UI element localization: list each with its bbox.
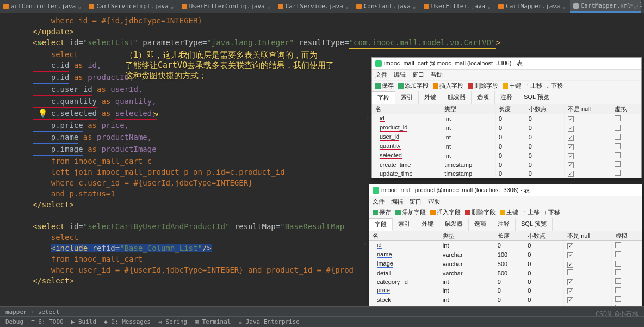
not-null-checkbox[interactable]	[568, 126, 574, 132]
menu-item[interactable]: 帮助	[431, 71, 443, 79]
tab-artController-java[interactable]: artController.java	[0, 0, 85, 13]
not-null-checkbox[interactable]	[568, 116, 574, 122]
menu-item[interactable]: 编辑	[394, 71, 406, 79]
tab-Constant-java[interactable]: Constant.java	[353, 0, 420, 13]
table-row[interactable]: product_idint00	[372, 124, 641, 133]
menu-item[interactable]: 编辑	[391, 198, 403, 206]
db-tab[interactable]: 字段	[369, 218, 393, 231]
breadcrumb[interactable]: mapperselect	[0, 306, 644, 317]
intention-bulb-icon[interactable]: 💡	[38, 108, 47, 119]
db-tab[interactable]: 外键	[419, 91, 442, 104]
tab-UserFilter-java[interactable]: UserFilter.java	[420, 0, 495, 13]
tool-window-button[interactable]: ▶ Build	[71, 318, 96, 325]
not-null-checkbox[interactable]	[567, 279, 573, 285]
not-null-checkbox[interactable]	[568, 135, 574, 141]
col-header[interactable]: 小数点	[525, 104, 564, 114]
db-tab[interactable]: 选项	[472, 91, 495, 104]
primary-key-icon[interactable]	[500, 210, 505, 215]
not-null-checkbox[interactable]	[567, 243, 573, 249]
close-icon[interactable]	[345, 4, 350, 9]
table-row[interactable]: update_timetimestamp00	[372, 169, 641, 178]
db-menu[interactable]: 文件编辑窗口帮助	[369, 196, 642, 207]
close-icon[interactable]	[171, 4, 175, 9]
virtual-checkbox[interactable]	[615, 125, 621, 131]
table-row[interactable]: detailvarchar5000	[369, 269, 642, 277]
col-header[interactable]: 虚拟	[611, 104, 641, 114]
menu-item[interactable]: 窗口	[412, 71, 424, 79]
table-row[interactable]: idint00	[369, 241, 642, 250]
close-icon[interactable]	[562, 4, 567, 9]
virtual-checkbox[interactable]	[615, 269, 621, 275]
db-tab[interactable]: SQL 预览	[516, 218, 553, 231]
close-icon[interactable]	[78, 4, 82, 9]
not-null-checkbox[interactable]	[568, 162, 574, 168]
tool-window-button[interactable]: ≡ 6: TODO	[31, 318, 64, 325]
table-row[interactable]: user_idint00	[372, 133, 641, 142]
col-header[interactable]: 名	[372, 104, 441, 114]
virtual-checkbox[interactable]	[615, 242, 621, 248]
status-bar[interactable]: Debug≡ 6: TODO▶ Build◆ 0: Messages❋ Spri…	[0, 316, 644, 327]
insert-field-icon[interactable]	[433, 83, 438, 89]
add-field-icon[interactable]	[398, 83, 404, 89]
col-header[interactable]: 不是 null	[564, 104, 611, 114]
add-field-icon[interactable]	[395, 210, 401, 215]
not-null-checkbox[interactable]	[567, 262, 573, 268]
virtual-checkbox[interactable]	[615, 161, 621, 167]
save-icon[interactable]	[373, 210, 378, 215]
save-icon[interactable]	[375, 83, 381, 89]
tab-overflow[interactable]: ≡ :1	[628, 0, 644, 9]
db-toolbar[interactable]: 保存 添加字段 插入字段 删除字段 主键 ↑ 上移 ↓ 下移	[372, 81, 641, 91]
table-row[interactable]: idint00	[372, 114, 641, 124]
tool-window-button[interactable]: ◆ 0: Messages	[104, 318, 151, 325]
col-header[interactable]: 小数点	[524, 231, 564, 241]
table-row[interactable]: stockint00	[369, 295, 642, 304]
col-header[interactable]: 虚拟	[611, 231, 641, 241]
insert-field-icon[interactable]	[430, 210, 436, 215]
db-tab[interactable]: 注释	[495, 91, 518, 104]
virtual-checkbox[interactable]	[615, 296, 621, 302]
col-header[interactable]: 长度	[494, 231, 524, 241]
table-row[interactable]: imagevarchar5000	[369, 260, 642, 269]
db-tabs[interactable]: 字段索引外键触发器选项注释SQL 预览	[369, 218, 642, 231]
primary-key-icon[interactable]	[503, 83, 508, 89]
not-null-checkbox[interactable]	[568, 144, 574, 150]
virtual-checkbox[interactable]	[615, 261, 621, 267]
menu-item[interactable]: 文件	[373, 198, 385, 206]
db-tab[interactable]: 注释	[492, 218, 516, 231]
close-icon[interactable]	[413, 4, 417, 9]
virtual-checkbox[interactable]	[615, 251, 621, 257]
tab-CartServiceImpl-java[interactable]: CartServiceImpl.java	[85, 0, 178, 13]
db-tab[interactable]: 索引	[393, 218, 416, 231]
virtual-checkbox[interactable]	[615, 287, 621, 293]
not-null-checkbox[interactable]	[567, 297, 573, 303]
col-header[interactable]: 长度	[496, 104, 525, 114]
virtual-checkbox[interactable]	[615, 143, 621, 149]
table-row[interactable]: category_idint00	[369, 277, 642, 286]
tool-window-button[interactable]: ☕ Java Enterprise	[238, 318, 300, 325]
db-tabs[interactable]: 字段索引外键触发器选项注释SQL 预览	[372, 91, 641, 104]
table-row[interactable]: selectedint00	[372, 151, 641, 161]
tab-UserFilterConfig-java[interactable]: UserFilterConfig.java	[178, 0, 275, 13]
move-down-button[interactable]: ↓ 下移	[547, 82, 564, 90]
col-header[interactable]: 名	[369, 231, 439, 241]
db-tab[interactable]: 字段	[372, 91, 395, 104]
gutter-run-icon[interactable]: ←	[38, 221, 42, 232]
db-tab[interactable]: 触发器	[442, 91, 472, 104]
table-row[interactable]: create_timetimestamp00	[372, 161, 641, 169]
delete-field-icon[interactable]	[465, 210, 470, 215]
virtual-checkbox[interactable]	[615, 115, 621, 121]
col-header[interactable]: 类型	[439, 231, 494, 241]
table-row[interactable]: quantityint00	[372, 142, 641, 151]
virtual-checkbox[interactable]	[615, 152, 621, 158]
not-null-checkbox[interactable]	[567, 288, 573, 294]
not-null-checkbox[interactable]	[567, 269, 573, 275]
menu-item[interactable]: 文件	[375, 71, 387, 79]
move-up-button[interactable]: ↑ 上移	[523, 208, 540, 217]
not-null-checkbox[interactable]	[567, 252, 573, 258]
virtual-checkbox[interactable]	[615, 278, 621, 284]
move-up-button[interactable]: ↑ 上移	[525, 82, 542, 90]
db-tab[interactable]: SQL 预览	[518, 91, 555, 104]
tab-CartService-java[interactable]: CartService.java	[275, 0, 353, 13]
close-icon[interactable]	[267, 4, 271, 9]
db-menu[interactable]: 文件编辑窗口帮助	[372, 70, 641, 81]
